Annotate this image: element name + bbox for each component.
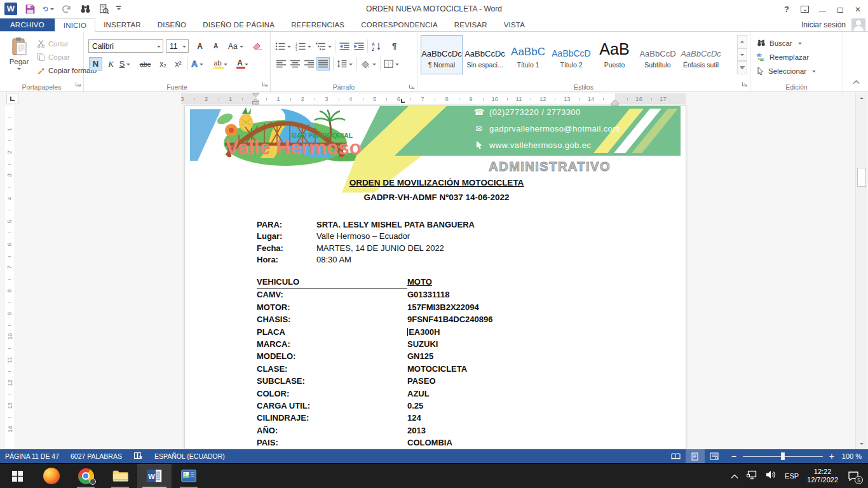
ribbon-tab[interactable]: DISEÑO DE PÁGINA — [194, 18, 283, 31]
font-size-select[interactable]: 11 — [166, 39, 189, 53]
highlight-color-button[interactable]: ab — [211, 57, 230, 71]
print-preview-button[interactable] — [98, 3, 109, 15]
document-page[interactable]: Valle Hermoso GAD PARROQUIAL ☎ (02)27732… — [184, 105, 686, 449]
select-button[interactable]: Seleccionar — [757, 65, 816, 77]
sort-button[interactable]: AZ — [370, 39, 383, 53]
undo-dropdown[interactable] — [50, 8, 54, 12]
ribbon-tab[interactable]: INSERTAR — [95, 18, 149, 31]
clock[interactable]: 12:22 12/7/2022 — [807, 468, 838, 485]
ribbon-tab[interactable]: REFERENCIAS — [283, 18, 353, 31]
ribbon-tab[interactable]: CORRESPONDENCIA — [353, 18, 446, 31]
style-card[interactable]: AaB Puesto — [593, 35, 635, 74]
ribbon-tab[interactable]: REVISAR — [446, 18, 496, 31]
style-card[interactable]: AaBbCcD Subtítulo — [637, 35, 679, 74]
taskbar-word[interactable]: W — [137, 464, 172, 488]
tray-expand-button[interactable] — [731, 470, 738, 482]
font-dialog-launcher[interactable] — [262, 78, 268, 90]
taskbar-app-window[interactable] — [172, 464, 206, 488]
volume-status[interactable] — [766, 470, 776, 482]
replace-button[interactable]: abac Reemplazar — [757, 51, 809, 63]
zoom-level[interactable]: 100 % — [842, 452, 868, 460]
network-status[interactable] — [747, 470, 757, 482]
save-button[interactable] — [24, 3, 36, 15]
styles-scroll-up[interactable] — [737, 35, 747, 48]
font-name-select[interactable]: Calibri — [88, 39, 163, 53]
styles-dialog-launcher[interactable] — [742, 78, 748, 90]
shading-button[interactable] — [360, 57, 377, 71]
taskbar-file-explorer[interactable] — [103, 464, 137, 488]
underline-button[interactable]: S — [118, 57, 132, 71]
zoom-in-button[interactable]: + — [828, 451, 836, 461]
page-indicator[interactable]: PÁGINA 11 DE 47 — [5, 452, 59, 460]
input-language[interactable]: ESP — [785, 472, 799, 480]
restore-button[interactable] — [831, 0, 849, 18]
shrink-font-button[interactable]: A — [209, 39, 222, 53]
align-left-button[interactable] — [275, 57, 288, 71]
web-layout-button[interactable] — [705, 449, 724, 463]
scrollbar-thumb[interactable] — [857, 168, 866, 187]
taskbar-firefox[interactable] — [34, 464, 69, 488]
print-layout-button[interactable] — [686, 449, 705, 463]
zoom-slider[interactable] — [743, 449, 823, 463]
customize-qat-button[interactable] — [116, 6, 121, 11]
strikethrough-button[interactable]: abc — [139, 57, 152, 71]
ribbon-tab[interactable]: DISEÑO — [149, 18, 194, 31]
collapse-ribbon-button[interactable] — [853, 76, 860, 87]
font-color-button[interactable]: A — [234, 57, 252, 71]
zoom-slider-thumb[interactable] — [781, 452, 785, 460]
action-center-button[interactable]: 5 — [846, 469, 860, 483]
text-effects-button[interactable]: A — [191, 57, 204, 71]
paste-button[interactable]: Pegar — [4, 36, 34, 87]
paragraph-dialog-launcher[interactable] — [409, 83, 415, 90]
word-count[interactable]: 6027 PALABRAS — [71, 452, 122, 460]
align-right-button[interactable] — [302, 57, 316, 71]
scroll-down-button[interactable] — [856, 438, 867, 449]
copy-button[interactable]: Copiar — [37, 51, 70, 63]
style-card[interactable]: AaBbC Título 1 — [507, 35, 549, 74]
italic-button[interactable]: K — [104, 57, 118, 71]
clipboard-dialog-launcher[interactable] — [75, 78, 81, 90]
taskbar-chrome[interactable] — [69, 464, 103, 488]
ribbon-display-options-button[interactable] — [796, 0, 813, 18]
read-mode-button[interactable] — [667, 449, 686, 463]
increase-indent-button[interactable] — [352, 39, 365, 53]
styles-scroll-down[interactable] — [737, 48, 747, 62]
bullets-button[interactable] — [275, 39, 292, 53]
grow-font-button[interactable]: A — [193, 39, 207, 53]
style-card[interactable]: AaBbCcD Título 2 — [550, 35, 592, 74]
help-button[interactable] — [778, 0, 796, 18]
line-spacing-button[interactable] — [336, 57, 353, 71]
bold-button[interactable]: N — [89, 57, 102, 71]
undo-button[interactable] — [43, 3, 54, 15]
justify-button[interactable] — [316, 57, 330, 71]
language-indicator[interactable]: ESPAÑOL (ECUADOR) — [154, 452, 225, 460]
vertical-scrollbar[interactable] — [855, 93, 867, 449]
superscript-button[interactable]: x² — [172, 57, 185, 71]
proofing-status[interactable] — [133, 452, 143, 461]
show-hide-marks-button[interactable] — [388, 39, 401, 53]
change-case-button[interactable]: Aa — [227, 39, 244, 53]
style-card[interactable]: AaBbCcDc Sin espaci... — [464, 35, 506, 74]
style-card[interactable]: AaBbCcDc Énfasis sutil — [680, 35, 722, 74]
cut-button[interactable]: Cortar — [37, 37, 69, 50]
ribbon-tab[interactable]: INICIO — [55, 18, 95, 32]
decrease-indent-button[interactable] — [337, 39, 351, 53]
tab-selector[interactable] — [6, 93, 18, 104]
minimize-button[interactable] — [813, 0, 831, 18]
tab-stop-marker[interactable] — [401, 99, 405, 103]
style-card[interactable]: AaBbCcDc ¶ Normal — [421, 35, 463, 74]
styles-more-button[interactable] — [737, 61, 747, 74]
sign-in[interactable]: Iniciar sesión — [801, 18, 868, 31]
ribbon-tab[interactable]: VISTA — [496, 18, 533, 31]
start-button[interactable] — [0, 464, 34, 488]
align-center-button[interactable] — [288, 57, 302, 71]
find-button-qat[interactable] — [79, 3, 91, 15]
zoom-out-button[interactable]: − — [730, 451, 738, 461]
numbering-button[interactable]: 123 — [295, 39, 312, 53]
clear-formatting-button[interactable] — [250, 39, 264, 53]
find-button[interactable]: Buscar — [757, 37, 802, 49]
subscript-button[interactable]: x₂ — [156, 57, 170, 71]
ribbon-tab[interactable]: ARCHIVO — [0, 18, 55, 31]
scroll-up-button[interactable] — [856, 93, 867, 104]
redo-button[interactable] — [61, 3, 72, 15]
